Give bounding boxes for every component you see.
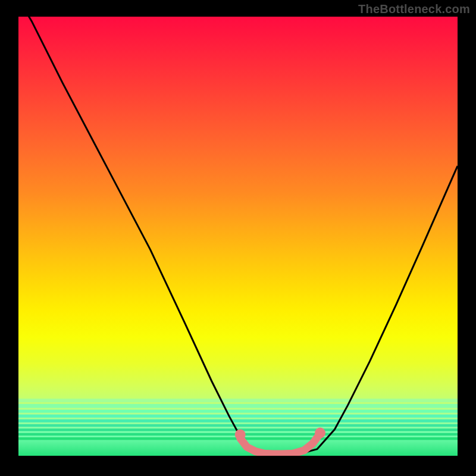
- optimal-end-dot: [315, 428, 325, 439]
- green-band: [18, 399, 458, 402]
- green-band: [18, 419, 458, 422]
- green-band: [18, 415, 458, 418]
- bottleneck-chart: [0, 0, 476, 476]
- watermark-text: TheBottleneck.com: [358, 2, 470, 16]
- green-band: [18, 424, 458, 427]
- chart-heat-background: [18, 17, 458, 456]
- green-band: [18, 404, 458, 408]
- green-band: [18, 410, 458, 413]
- optimal-start-dot: [235, 430, 246, 440]
- chart-frame: TheBottleneck.com: [0, 0, 476, 476]
